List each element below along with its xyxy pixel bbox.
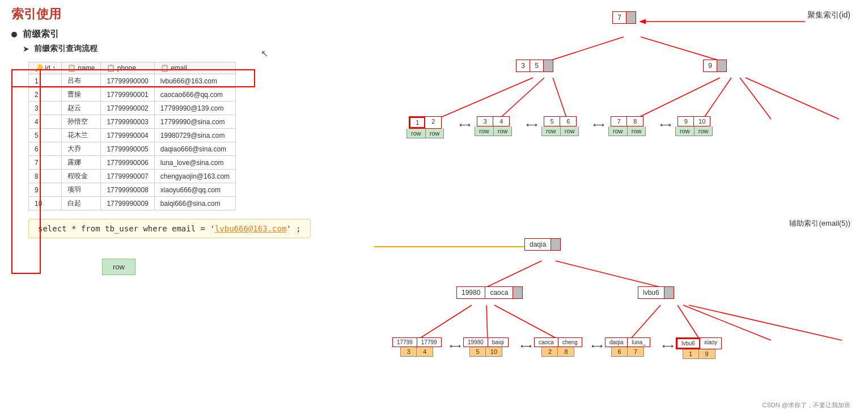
svg-line-6 — [635, 78, 720, 119]
clustered-l1-left: 3 5 — [516, 60, 553, 72]
sec-data-4: 4 — [417, 347, 433, 356]
sec-leaf-daqia: daqia luna_ 6 7 — [604, 337, 651, 357]
leaf-1-2: 1 2 row row — [405, 116, 445, 138]
leaf-node-1: 1 2 row row — [407, 116, 444, 138]
table-cell-2-1: 赵云 — [62, 102, 101, 115]
sec-l1-left: 19980 caoca — [456, 286, 523, 299]
user-table: 🔑 id ↑📋 name📋 phone📋 email 1吕布1779999000… — [28, 62, 236, 210]
l1-gray — [544, 60, 553, 71]
table-cell-2-2: 17799990002 — [101, 102, 154, 115]
table-row: 6大乔17799990005daqiao666@sina.com — [29, 142, 236, 156]
sec-leaf-keys-4: daqia luna_ — [605, 337, 650, 347]
sec-data-5: 5 — [470, 347, 486, 356]
leaf-data-row-6: row — [561, 126, 579, 136]
sec-data-6: 6 — [612, 347, 628, 356]
secondary-label-text: 辅助索引(email(5)) — [789, 219, 850, 227]
sec-data-1: 1 — [683, 349, 699, 358]
svg-line-16 — [494, 305, 560, 340]
leaf-data-row-2: row — [426, 129, 444, 138]
svg-line-2 — [641, 37, 726, 62]
leaf-key-1: 1 — [409, 117, 425, 128]
table-row: 2曹操17799990001caocao666@qq.com — [29, 88, 236, 102]
sec-leaf-node-2: 19980 baiqi 5 10 — [463, 337, 509, 357]
table-header-row: 🔑 id ↑📋 name📋 phone📋 email — [29, 62, 236, 74]
table-header: 📋 name — [62, 62, 101, 74]
sec-leaf-data-2: 5 10 — [469, 347, 502, 357]
leaf-data-row-10: row — [695, 126, 713, 136]
table-header: 🔑 id ↑ — [29, 62, 62, 74]
leaf-data-row-3: row — [475, 126, 494, 136]
table-row: 7露娜17799990006luna_love@sina.com — [29, 156, 236, 170]
sql-text-after: ' ; — [286, 224, 300, 233]
leaf-key-3: 3 — [477, 117, 493, 126]
table-cell-0-3: lvbu666@163.com — [154, 74, 235, 88]
sec-leaf-lvbu6: lvbu6 xiaoy 1 9 — [675, 337, 723, 359]
connector-1-2: ⟷ — [459, 120, 471, 129]
leaf-node-3: 5 6 row row — [541, 116, 579, 136]
leaf-data-4: row row — [608, 126, 646, 136]
sec-l1-cell-caoca: caoca — [485, 287, 513, 298]
l1-cell-5: 5 — [530, 60, 544, 71]
svg-line-18 — [678, 305, 700, 340]
secondary-svg — [374, 216, 862, 418]
sec-connector-3: ⟷ — [591, 341, 603, 351]
cursor-arrow: ↖ — [261, 48, 268, 59]
table-header: 📋 email — [154, 62, 235, 74]
leaf-5-6: 5 6 row row — [540, 116, 580, 136]
connector-7-8: ⟷ — [660, 120, 671, 129]
leaf-key-7: 7 — [611, 117, 627, 126]
table-cell-4-1: 花木兰 — [62, 129, 101, 142]
leaf-data-3: row row — [541, 126, 579, 136]
table-cell-0-2: 17799990000 — [101, 74, 154, 88]
table-cell-4-0: 5 — [29, 129, 62, 142]
sec-l1-cell-19980: 19980 — [457, 287, 485, 298]
sec-leaf-node-3: caoca cheng 2 8 — [534, 337, 582, 357]
leaf-key-4: 4 — [493, 117, 509, 126]
sec-leaf-keys-3: caoca cheng — [534, 337, 582, 347]
sec-leaf-data-4: 6 7 — [611, 347, 644, 357]
table-cell-5-2: 17799990005 — [101, 142, 154, 156]
bullet-prefix-index: 前缀索引 — [11, 28, 363, 40]
table-body: 1吕布17799990000lvbu666@163.com2曹操17799990… — [29, 74, 236, 210]
leaf-key-2: 2 — [425, 117, 441, 128]
sec-key-daqia: daqia — [606, 338, 628, 347]
clustered-root: 7 — [612, 11, 636, 24]
table-cell-3-2: 17799990003 — [101, 115, 154, 129]
svg-line-4 — [499, 78, 544, 119]
l1-right-node: 9 — [703, 60, 727, 72]
leaf-7-8: 7 8 row row — [607, 116, 647, 136]
arrow-text: 前缀索引查询流程 — [34, 44, 98, 54]
sec-leaf-keys-5: lvbu6 xiaoy — [676, 337, 722, 349]
leaf-keys-4: 7 8 — [611, 116, 643, 126]
secondary-index-section: 辅助索引(email(5)) — [374, 216, 862, 418]
table-cell-6-1: 露娜 — [62, 156, 101, 170]
table-cell-7-0: 8 — [29, 170, 62, 183]
sec-key-baiqi: baiqi — [488, 338, 508, 347]
sql-text-before: select * from tb_user where email = ' — [38, 224, 215, 233]
table-cell-3-0: 4 — [29, 115, 62, 129]
svg-line-19 — [683, 305, 771, 340]
svg-line-5 — [553, 78, 567, 119]
bullet-dot — [11, 32, 17, 37]
svg-line-20 — [689, 305, 842, 340]
leaf-data-row-5: row — [542, 126, 561, 136]
l1-cell-3: 3 — [516, 60, 530, 71]
secondary-label: 辅助索引(email(5)) — [789, 218, 850, 229]
sec-key-17799a: 17799 — [393, 338, 417, 347]
arrow-symbol: ➤ — [23, 44, 29, 53]
table-cell-9-1: 白起 — [62, 197, 101, 210]
table-cell-1-3: caocao666@qq.com — [154, 88, 235, 102]
clustered-svg — [374, 6, 862, 210]
svg-line-17 — [629, 305, 660, 340]
sec-leaf-keys-1: 17799 17799 — [392, 337, 442, 347]
root-cell-7: 7 — [613, 12, 626, 23]
leaf-key-9: 9 — [678, 117, 694, 126]
table-cell-6-0: 7 — [29, 156, 62, 170]
svg-line-15 — [486, 305, 488, 340]
table-cell-5-3: daqiao666@sina.com — [154, 142, 235, 156]
table-cell-8-1: 项羽 — [62, 183, 101, 197]
leaf-data-row-4: row — [494, 126, 512, 136]
sec-l1-right-gray — [664, 287, 674, 298]
leaf-keys-1: 1 2 — [409, 116, 442, 129]
table-cell-3-1: 孙悟空 — [62, 115, 101, 129]
